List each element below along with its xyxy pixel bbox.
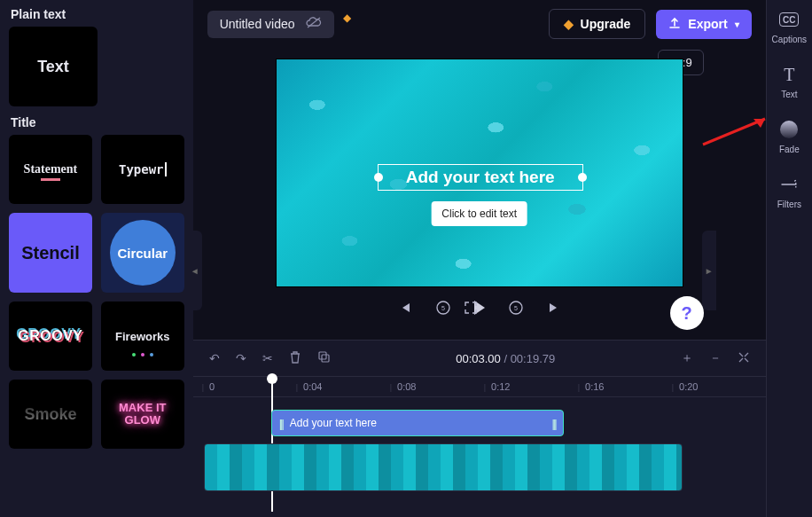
text-track-clip-label: Add your text here [290, 417, 377, 429]
timeline-timecode: 00:03.00 / 00:19.79 [347, 352, 665, 365]
fade-icon [780, 121, 798, 138]
template-statement[interactable]: Statement [9, 135, 92, 204]
forward-5s-button[interactable]: 5 [508, 300, 524, 316]
statement-underline-accent [41, 178, 60, 181]
ruler-mark: 0:08 [390, 381, 484, 392]
fit-timeline-button[interactable] [738, 351, 750, 366]
captions-tab[interactable]: CC Captions [772, 9, 807, 44]
chevron-down-icon: ▾ [735, 20, 739, 29]
template-plain-text[interactable]: Text [9, 27, 98, 106]
editor-main: ◄ ► Untitled video ◆ ◆ Upgrade Export ▾ [193, 0, 766, 517]
ruler-mark: 0:16 [578, 381, 672, 392]
upgrade-button[interactable]: ◆ Upgrade [549, 9, 646, 39]
edit-text-tooltip: Click to edit text [431, 201, 527, 226]
redo-button[interactable]: ↷ [236, 351, 246, 365]
project-title[interactable]: Untitled video [207, 11, 334, 38]
svg-text:5: 5 [441, 305, 445, 311]
video-track-clip[interactable] [204, 443, 683, 491]
add-track-button[interactable]: ＋ [681, 350, 693, 366]
magic-wand-icon [774, 169, 804, 200]
skip-start-button[interactable] [398, 301, 412, 315]
plain-text-section-label: Plain text [11, 7, 184, 21]
duplicate-button[interactable] [317, 350, 331, 366]
top-bar: Untitled video ◆ ◆ Upgrade Export ▾ [193, 0, 766, 48]
text-tab[interactable]: T Text [778, 64, 800, 99]
timeline: ↶ ↷ ✂ 00:03.00 / 00:19.79 ＋ － 0 [193, 340, 766, 517]
text-track-clip[interactable]: ||| Add your text here ||| [271, 410, 564, 436]
playback-controls: 5 5 [398, 287, 561, 332]
template-typewriter[interactable]: Typewr [101, 135, 184, 204]
fullscreen-button[interactable] [464, 301, 478, 315]
properties-rail: CC Captions T Text Fade Filters [766, 0, 812, 517]
clip-handle-right[interactable]: ||| [552, 417, 556, 430]
template-groovy[interactable]: GROOVY [9, 302, 92, 371]
fireworks-dots [132, 353, 153, 356]
stage: 16:9 Add your text here Click to edit te… [193, 48, 766, 340]
resize-handle-right[interactable] [578, 173, 587, 182]
typewriter-cursor [165, 162, 167, 176]
resize-handle-left[interactable] [374, 173, 383, 182]
text-element-selection[interactable]: Add your text here [378, 164, 583, 191]
ruler-mark: 0:12 [484, 381, 578, 392]
cc-icon: CC [779, 12, 799, 27]
upload-icon [668, 17, 681, 32]
clip-handle-left[interactable]: ||| [279, 417, 283, 430]
split-button[interactable]: ✂ [262, 351, 273, 365]
zoom-out-button[interactable]: － [709, 350, 722, 366]
fade-tab[interactable]: Fade [778, 119, 800, 154]
skip-end-button[interactable] [547, 301, 561, 315]
template-circular[interactable]: Circular [101, 213, 184, 293]
text-templates-panel: Plain text Text Title Statement Typewr S… [0, 0, 193, 517]
svg-text:5: 5 [514, 305, 518, 311]
export-button[interactable]: Export ▾ [656, 10, 751, 39]
timeline-toolbar: ↶ ↷ ✂ 00:03.00 / 00:19.79 ＋ － [193, 341, 766, 376]
filters-tab[interactable]: Filters [777, 174, 801, 209]
svg-rect-5 [319, 352, 326, 359]
text-icon: T [778, 64, 800, 85]
premium-gem-icon: ◆ [343, 12, 351, 24]
svg-rect-6 [322, 355, 329, 362]
help-button[interactable]: ? [670, 296, 704, 330]
cloud-sync-off-icon [306, 17, 322, 32]
template-stencil[interactable]: Stencil [9, 213, 92, 293]
title-section-label: Title [11, 115, 184, 129]
template-smoke[interactable]: Smoke [9, 380, 92, 449]
ruler-mark: 0:04 [296, 381, 390, 392]
timeline-ruler[interactable]: 0 0:04 0:08 0:12 0:16 0:20 [193, 376, 766, 397]
video-canvas[interactable]: Add your text here Click to edit text [276, 59, 683, 287]
ruler-mark: 0 [202, 381, 296, 392]
text-element-content[interactable]: Add your text here [379, 165, 582, 190]
delete-button[interactable] [289, 350, 301, 367]
gem-icon: ◆ [564, 17, 574, 31]
rewind-5s-button[interactable]: 5 [435, 300, 451, 316]
template-fireworks[interactable]: Fireworks [101, 302, 184, 371]
template-glow[interactable]: MAKE IT GLOW [101, 380, 184, 449]
undo-button[interactable]: ↶ [209, 351, 220, 365]
tracks: ||| Add your text here ||| [193, 397, 766, 491]
ruler-mark: 0:20 [672, 381, 766, 392]
